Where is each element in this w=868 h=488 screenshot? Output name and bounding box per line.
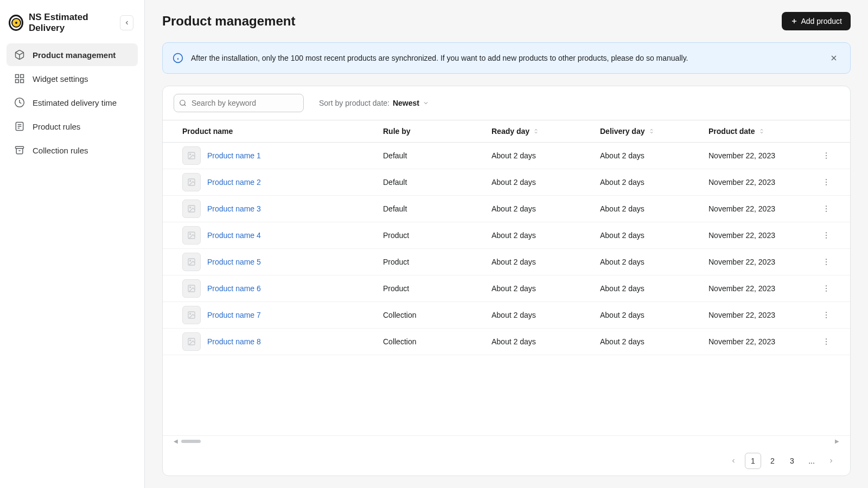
product-name-link[interactable]: Product name 8 [207,337,261,346]
row-actions-button[interactable] [817,204,831,213]
cell-date: November 22, 2023 [709,204,817,213]
plus-icon [790,17,798,25]
row-actions-button[interactable] [817,151,831,160]
more-vertical-icon [822,258,831,266]
column-delivery-day[interactable]: Delivery day [600,127,709,136]
chevron-left-icon [730,458,737,464]
product-name-link[interactable]: Product name 5 [207,258,261,266]
row-actions-button[interactable] [817,284,831,293]
sort-icon [648,128,655,134]
cell-rule: Collection [383,311,492,319]
svg-point-38 [826,232,827,233]
row-actions-button[interactable] [817,311,831,319]
cell-ready: About 2 days [492,258,600,266]
cell-delivery: About 2 days [600,337,709,346]
search-input[interactable] [174,94,304,112]
cell-delivery: About 2 days [600,258,709,266]
image-icon [187,231,196,240]
svg-point-60 [826,344,827,345]
sidebar-item-product-management[interactable]: Product management [7,43,138,66]
chevron-left-icon [124,20,130,26]
cell-ready: About 2 days [492,204,600,213]
row-actions-button[interactable] [817,178,831,187]
pagination-page[interactable]: ... [803,453,820,469]
table-body: Product name 1 Default About 2 days Abou… [163,143,850,435]
cell-date: November 22, 2023 [709,178,817,187]
svg-point-30 [826,184,827,185]
product-thumbnail [182,226,201,245]
cell-delivery: About 2 days [600,151,709,160]
sort-icon [758,128,765,134]
table-row: Product name 4 Product About 2 days Abou… [163,222,850,249]
svg-point-37 [190,234,191,235]
product-name-link[interactable]: Product name 4 [207,231,261,240]
table-row: Product name 5 Product About 2 days Abou… [163,249,850,275]
scroll-thumb[interactable] [181,440,201,443]
document-icon [14,121,25,132]
row-actions-button[interactable] [817,337,831,346]
image-icon [187,178,196,187]
svg-point-23 [826,152,827,153]
pagination-next[interactable] [823,453,839,469]
column-ready-day[interactable]: Ready day [492,127,600,136]
sidebar-item-label: Collection rules [33,146,88,155]
row-actions-button[interactable] [817,231,831,240]
cell-ready: About 2 days [492,284,600,293]
table-row: Product name 3 Default About 2 days Abou… [163,196,850,222]
more-vertical-icon [822,337,831,346]
product-thumbnail [182,279,201,298]
horizontal-scroll[interactable]: ◀ ▶ [163,435,850,446]
pagination-page[interactable]: 2 [764,453,781,469]
svg-point-40 [826,237,827,239]
more-vertical-icon [822,284,831,293]
product-thumbnail [182,173,201,191]
more-vertical-icon [822,231,831,240]
pagination-page[interactable]: 3 [784,453,800,469]
product-table-card: Sort by product date: Newest Product nam… [162,86,851,476]
banner-close-button[interactable] [827,52,840,65]
sidebar-item-estimated-delivery-time[interactable]: Estimated delivery time [7,91,138,114]
sidebar-collapse-button[interactable] [120,15,133,30]
grid-icon [14,73,25,84]
cell-date: November 22, 2023 [709,231,817,240]
sidebar-item-collection-rules[interactable]: Collection rules [7,139,138,162]
pagination-page[interactable]: 1 [745,453,761,469]
svg-point-53 [826,312,827,313]
image-icon [187,204,196,213]
cell-date: November 22, 2023 [709,284,817,293]
product-name-link[interactable]: Product name 6 [207,284,261,293]
cell-date: November 22, 2023 [709,258,817,266]
product-name-link[interactable]: Product name 3 [207,204,261,213]
product-thumbnail [182,200,201,218]
svg-point-49 [826,288,827,289]
svg-point-47 [190,287,191,288]
cell-delivery: About 2 days [600,204,709,213]
svg-point-19 [180,100,185,105]
product-name-link[interactable]: Product name 7 [207,311,261,319]
sidebar-item-product-rules[interactable]: Product rules [7,115,138,138]
column-product-date[interactable]: Product date [709,127,817,136]
row-actions-button[interactable] [817,258,831,266]
column-rule-by: Rule by [383,127,492,136]
svg-point-39 [826,235,827,236]
product-name-link[interactable]: Product name 1 [207,151,261,160]
cell-ready: About 2 days [492,151,600,160]
sidebar-item-widget-settings[interactable]: Widget settings [7,67,138,90]
sort-dropdown[interactable]: Sort by product date: Newest [319,99,429,107]
svg-point-58 [826,338,827,339]
add-product-button[interactable]: Add product [782,12,851,30]
svg-point-52 [190,313,191,314]
sort-icon [533,128,539,134]
svg-point-29 [826,182,827,183]
svg-point-28 [826,179,827,180]
svg-point-42 [190,260,191,261]
sidebar: NS Estimated Delivery Product management… [0,0,145,488]
main: Product management Add product After the… [145,0,868,488]
product-name-link[interactable]: Product name 2 [207,178,261,187]
info-icon [173,53,183,63]
add-product-label: Add product [801,17,843,25]
cell-delivery: About 2 days [600,231,709,240]
svg-rect-2 [21,75,24,78]
pagination-prev[interactable] [725,453,742,469]
more-vertical-icon [822,151,831,160]
